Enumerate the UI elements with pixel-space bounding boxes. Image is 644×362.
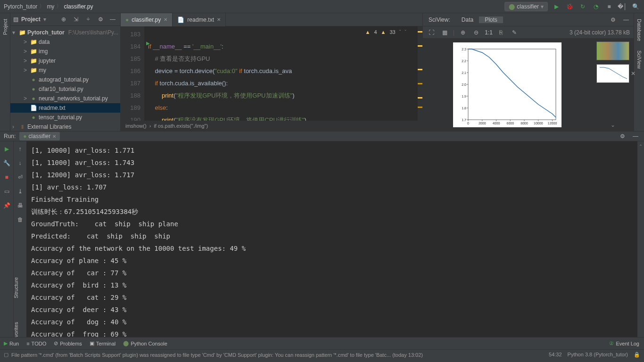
project-tool-tab[interactable]: Project: [2, 17, 8, 37]
interpreter-label[interactable]: Python 3.8 (Pytorch_tutor): [568, 352, 628, 358]
plot-thumbnails: ✕ ⌄: [591, 39, 634, 131]
edit-config-button[interactable]: 🔧: [2, 158, 11, 168]
folder-icon: ▤: [13, 16, 18, 23]
expand-icon[interactable]: ⇲: [71, 15, 81, 24]
event-log-button[interactable]: ②Event Log: [609, 340, 639, 346]
tree-item[interactable]: >●neural_networks_tutorial.py: [10, 94, 120, 103]
clear-icon[interactable]: ✎: [510, 28, 519, 37]
tree-item[interactable]: >📁data: [10, 37, 120, 47]
tool-window-icon[interactable]: ▢: [4, 352, 8, 358]
lock-icon[interactable]: 🔒: [634, 352, 640, 358]
crumb[interactable]: classifier.py: [64, 3, 93, 10]
bottom-tool-strip: ▶Run ≡TODO ⊘Problems ▣Terminal ⬤Python C…: [0, 337, 644, 349]
run-config-label: classifier: [517, 3, 539, 10]
up-icon[interactable]: ↑: [16, 144, 25, 154]
run-tab-button[interactable]: ▶Run: [4, 340, 19, 346]
down-icon[interactable]: ↓: [16, 158, 25, 168]
todo-tab-button[interactable]: ≡TODO: [26, 341, 46, 346]
code-breadcrumbs[interactable]: imshow() › if os.path.exists("./img"): [121, 121, 422, 131]
svg-text:2.3: 2.3: [462, 48, 466, 51]
scroll-up-icon[interactable]: ˆ: [640, 144, 642, 151]
close-icon[interactable]: ✕: [52, 134, 56, 139]
soft-wrap-icon[interactable]: ⏎: [16, 173, 25, 182]
svg-text:12000: 12000: [547, 122, 557, 125]
hide-icon[interactable]: —: [631, 132, 640, 141]
run-line-marker-icon[interactable]: ▶: [146, 41, 150, 46]
tree-item[interactable]: >📁my: [10, 66, 120, 75]
svg-text:8000: 8000: [520, 122, 528, 125]
project-tree: ▾📁 Pytorch_tutor F:\Users\lishan\Py... >…: [10, 26, 120, 131]
tree-item[interactable]: ●autograd_tutorial.py: [10, 75, 120, 84]
project-panel: ▤ Project ▾ ⊕ ⇲ ÷ ⚙ — ▾📁 Pytorch_tutor F…: [10, 13, 121, 131]
stop-button[interactable]: ■: [604, 2, 614, 11]
print-icon[interactable]: 🖶: [16, 201, 25, 210]
rerun-button[interactable]: ▶: [2, 144, 11, 154]
debug-button[interactable]: 🐞: [565, 2, 574, 11]
gear-icon[interactable]: ⚙: [608, 15, 618, 25]
close-icon[interactable]: ✕: [164, 17, 167, 22]
zoom-in-icon[interactable]: ⊕: [458, 28, 468, 37]
tree-root[interactable]: ▾📁 Pytorch_tutor F:\Users\lishan\Py...: [10, 28, 120, 37]
sciview-plots-tab[interactable]: Plots: [479, 16, 503, 23]
tree-item[interactable]: ●tensor_tutorial.py: [10, 113, 120, 122]
external-libraries[interactable]: ›⫴ External Libraries: [10, 122, 120, 131]
zoom-out-icon[interactable]: ⊖: [471, 28, 481, 37]
svg-text:1.7: 1.7: [462, 118, 466, 122]
run-tab[interactable]: ●classifier✕: [19, 132, 60, 140]
layout-button[interactable]: ▭: [2, 187, 11, 196]
scroll-end-icon[interactable]: ⤓: [16, 187, 25, 196]
tree-item[interactable]: >📁jupyter: [10, 56, 120, 66]
tree-item[interactable]: >📁img: [10, 47, 120, 56]
sciview-panel: SciView: Data Plots ⚙ — ⛶ ▦ | ⊕ ⊖ 1:1 ⎘ …: [422, 13, 634, 131]
stop-button[interactable]: ■: [2, 173, 11, 182]
project-title: Project: [21, 16, 41, 23]
run-coverage-button[interactable]: ↻: [578, 2, 587, 11]
gear-icon[interactable]: ⚙: [96, 15, 105, 24]
profile-button[interactable]: ◔: [591, 2, 601, 11]
fit-icon[interactable]: ⛶: [427, 28, 436, 37]
status-bar: ▢ File pattern '*.cmd' (from 'Batch Scri…: [0, 349, 644, 360]
export-icon[interactable]: ⎘: [496, 28, 506, 37]
run-label: Run:: [4, 133, 16, 140]
hide-icon[interactable]: —: [621, 15, 631, 25]
sciview-tool-tab[interactable]: SciView: [636, 49, 642, 71]
svg-text:2000: 2000: [478, 122, 486, 125]
chevron-down-icon[interactable]: ⌄: [611, 122, 615, 128]
inspection-widget[interactable]: ▲4 ▲33 ˆˇ: [363, 28, 409, 36]
svg-text:0: 0: [467, 122, 469, 125]
close-icon[interactable]: ✕: [631, 70, 636, 77]
locate-icon[interactable]: ⊕: [59, 15, 68, 24]
tree-item[interactable]: ●cifar10_tutorial.py: [10, 84, 120, 94]
structure-tool-tab[interactable]: Structure: [13, 277, 19, 298]
plot-canvas[interactable]: 1.71.81.92.02.12.22.30200040006000800010…: [423, 39, 591, 131]
run-button[interactable]: ▶: [552, 2, 561, 11]
python-console-tab-button[interactable]: ⬤Python Console: [123, 340, 167, 346]
cursor-position[interactable]: 54:32: [549, 352, 562, 358]
thumbnail-1[interactable]: [596, 41, 629, 60]
pin-button[interactable]: 📌: [2, 201, 11, 210]
vcs-button[interactable]: �│: [618, 2, 627, 11]
collapse-icon[interactable]: ÷: [83, 15, 93, 24]
close-icon[interactable]: ✕: [217, 17, 221, 22]
thumbnail-2[interactable]: ✕: [596, 64, 629, 83]
tab-readme[interactable]: 📄readme.txt✕: [173, 13, 226, 26]
run-config-selector[interactable]: ⬤classifier▾: [504, 2, 548, 11]
console-output[interactable]: [1, 10000] avr_loss: 1.771 [1, 11000] av…: [26, 141, 637, 343]
hide-icon[interactable]: —: [108, 15, 117, 24]
code-editor[interactable]: 183184185186187188189190 ▶ if __name__ =…: [121, 26, 422, 121]
grid-icon[interactable]: ▦: [440, 28, 449, 37]
svg-text:1.9: 1.9: [462, 95, 466, 98]
sciview-data-tab[interactable]: Data: [456, 16, 479, 23]
crumb[interactable]: Pytorch_tutor: [4, 3, 37, 10]
tree-item[interactable]: 📄readme.txt: [10, 103, 120, 113]
terminal-tab-button[interactable]: ▣Terminal: [90, 340, 116, 346]
loss-chart: 1.71.81.92.02.12.22.30200040006000800010…: [453, 42, 561, 127]
tab-classifier[interactable]: ●classifier.py✕: [121, 13, 173, 26]
clear-icon[interactable]: 🗑: [16, 215, 25, 224]
error-stripe[interactable]: [418, 26, 422, 121]
problems-tab-button[interactable]: ⊘Problems: [54, 340, 82, 346]
gear-icon[interactable]: ⚙: [618, 132, 627, 141]
search-everywhere-button[interactable]: 🔍: [631, 2, 640, 11]
crumb[interactable]: my: [47, 3, 54, 10]
database-tool-tab[interactable]: Database: [636, 17, 642, 43]
